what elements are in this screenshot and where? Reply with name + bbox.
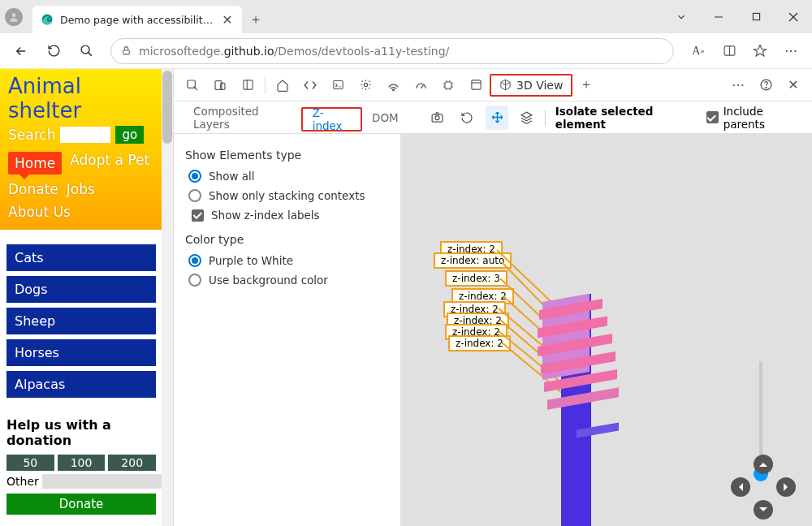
network-tab-icon[interactable]: [379, 70, 407, 101]
3d-view-label: 3D View: [516, 79, 563, 92]
radio-show-all[interactable]: Show all: [185, 170, 389, 183]
radio-use-bg-color[interactable]: Use background color: [185, 274, 389, 287]
amount-100[interactable]: 100: [58, 455, 106, 471]
window-maximize-button[interactable]: [737, 0, 775, 33]
window-controls: [663, 0, 812, 33]
nav-home[interactable]: Home: [8, 152, 62, 175]
nav-adopt[interactable]: Adopt a Pet: [70, 152, 149, 175]
svg-rect-3: [753, 13, 759, 19]
new-tab-button[interactable]: ＋: [242, 6, 270, 33]
devtools: 3D View ＋ ⋯ ✕ Composited Layers Z-index …: [174, 69, 812, 526]
lock-icon: [119, 45, 132, 58]
welcome-tab-icon[interactable]: [269, 70, 296, 101]
amount-200[interactable]: 200: [108, 455, 156, 471]
svg-rect-8: [123, 50, 129, 54]
include-parents-checkbox[interactable]: Include parents: [706, 105, 804, 131]
svg-point-24: [765, 87, 766, 88]
help-button[interactable]: [752, 70, 780, 101]
favorite-button[interactable]: [745, 37, 775, 66]
inspect-element-icon[interactable]: [179, 70, 206, 101]
memory-tab-icon[interactable]: [434, 70, 462, 101]
svg-point-17: [364, 83, 367, 86]
tab-composited-layers[interactable]: Composited Layers: [184, 101, 301, 134]
page-title: Animal shelter: [8, 74, 154, 123]
donate-button[interactable]: Donate: [6, 494, 156, 515]
svg-rect-16: [333, 81, 342, 89]
list-item[interactable]: Alpacas: [6, 371, 156, 398]
amount-50[interactable]: 50: [6, 455, 54, 471]
sources-tab-icon[interactable]: [352, 70, 379, 101]
refresh-button[interactable]: [39, 37, 68, 66]
svg-point-6: [81, 45, 89, 54]
page-content: Animal shelter Search go Home Adopt a Pe…: [0, 69, 174, 526]
svg-line-7: [88, 53, 91, 56]
tab-z-index[interactable]: Z-index: [301, 107, 362, 132]
elements-type-heading: Show Elements type: [185, 149, 389, 162]
3d-canvas[interactable]: z-index: 2 z-index: auto z-index: 3 z-in…: [401, 134, 812, 526]
svg-rect-21: [471, 80, 480, 89]
svg-point-26: [435, 116, 439, 120]
svg-point-18: [392, 89, 394, 91]
url-text: microsoftedge.github.io/Demos/devtools-a…: [139, 45, 665, 58]
list-item[interactable]: Dogs: [6, 276, 156, 303]
url-field[interactable]: microsoftedge.github.io/Demos/devtools-a…: [110, 38, 674, 64]
address-bar: microsoftedge.github.io/Demos/devtools-a…: [0, 33, 812, 69]
screenshot-button[interactable]: [426, 106, 450, 130]
reader-mode-button[interactable]: [715, 37, 744, 66]
layers-button[interactable]: [515, 106, 538, 130]
tab-close-icon[interactable]: ✕: [221, 13, 234, 26]
window-minimize-button[interactable]: [700, 0, 737, 33]
checkbox-show-zindex-labels[interactable]: Show z-index labels: [188, 209, 389, 222]
nav-down-button[interactable]: [754, 500, 773, 520]
svg-rect-14: [243, 80, 252, 89]
tab-dom[interactable]: DOM: [362, 101, 408, 134]
color-type-heading: Color type: [185, 233, 389, 246]
reset-view-button[interactable]: [456, 106, 479, 130]
application-tab-icon[interactable]: [462, 70, 490, 101]
panel-orientation-icon[interactable]: [234, 70, 261, 101]
tab-title: Demo page with accessibility issu: [60, 14, 214, 26]
window-titlebar: Demo page with accessibility issu ✕ ＋: [0, 0, 812, 33]
device-emulation-icon[interactable]: [206, 70, 234, 101]
search-button[interactable]: [71, 37, 101, 66]
elements-tab-icon[interactable]: [296, 70, 324, 101]
radio-purple-white[interactable]: Purple to White: [185, 254, 389, 267]
nav-right-button[interactable]: [776, 477, 796, 497]
radio-show-stacking[interactable]: Show only stacking contexts: [185, 189, 389, 202]
other-amount-input[interactable]: [42, 474, 174, 489]
nav-about[interactable]: About Us: [8, 204, 71, 220]
profile-avatar[interactable]: [0, 0, 28, 33]
donation-heading: Help us with a donation: [0, 403, 162, 455]
browser-tab[interactable]: Demo page with accessibility issu ✕: [32, 6, 242, 33]
nav-donate[interactable]: Donate: [8, 181, 58, 197]
isolate-label: Isolate selected element: [555, 105, 701, 131]
scrollbar[interactable]: [162, 69, 173, 526]
devtools-close-button[interactable]: ✕: [780, 70, 807, 101]
back-button[interactable]: [6, 37, 36, 66]
console-tab-icon[interactable]: [324, 70, 352, 101]
svg-line-19: [421, 85, 423, 88]
menu-button[interactable]: ⋯: [776, 37, 806, 66]
more-tools-button[interactable]: ⋯: [724, 70, 752, 101]
pan-button[interactable]: [486, 106, 509, 130]
nav-up-button[interactable]: [754, 455, 773, 474]
3d-view-tab[interactable]: 3D View: [490, 74, 572, 97]
tabs-chevron-icon[interactable]: [663, 0, 700, 33]
edge-icon: [41, 13, 54, 26]
nav-left-button[interactable]: [731, 477, 750, 497]
nav-jobs[interactable]: Jobs: [67, 181, 95, 197]
performance-tab-icon[interactable]: [407, 70, 434, 101]
list-item[interactable]: Horses: [6, 339, 156, 366]
other-label: Other: [6, 475, 39, 488]
3d-view-subtoolbar: Composited Layers Z-index DOM Isolate se…: [174, 101, 812, 134]
cube-icon: [499, 79, 512, 91]
window-close-button[interactable]: [775, 0, 812, 33]
search-input[interactable]: [60, 127, 110, 143]
add-tab-button[interactable]: ＋: [572, 70, 600, 101]
leader-lines: [401, 134, 812, 526]
svg-line-27: [497, 250, 552, 303]
search-go-button[interactable]: go: [115, 126, 144, 144]
list-item[interactable]: Cats: [6, 244, 156, 271]
read-aloud-button[interactable]: A»: [684, 37, 713, 66]
list-item[interactable]: Sheep: [6, 308, 156, 334]
